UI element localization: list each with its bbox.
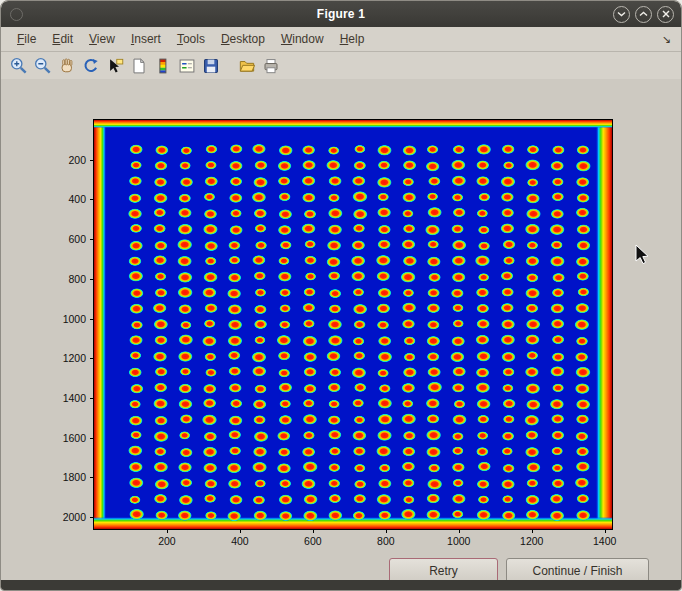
menu-view[interactable]: View: [81, 29, 123, 49]
y-tick-label: 1600: [63, 432, 86, 444]
y-tick-mark: [90, 319, 94, 320]
y-tick-label: 1200: [63, 352, 86, 364]
x-tick-mark: [240, 529, 241, 533]
y-tick-mark: [90, 199, 94, 200]
y-tick-label: 200: [68, 154, 86, 166]
y-tick-mark: [90, 438, 94, 439]
pan-hand-icon[interactable]: [57, 56, 77, 76]
open-file-icon[interactable]: [237, 56, 257, 76]
toolbar: [1, 52, 681, 81]
insert-colorbar-icon[interactable]: [153, 56, 173, 76]
y-tick-mark: [90, 239, 94, 240]
chevron-down-icon: [617, 11, 626, 17]
y-tick-label: 1400: [63, 392, 86, 404]
y-tick-label: 1800: [63, 471, 86, 483]
menu-overflow-icon[interactable]: ↘: [662, 33, 671, 46]
close-icon: [662, 10, 670, 18]
y-tick-label: 2000: [63, 511, 86, 523]
y-tick-mark: [90, 477, 94, 478]
x-tick-label: 200: [158, 535, 176, 547]
x-tick-mark: [605, 529, 606, 533]
x-tick-mark: [313, 529, 314, 533]
y-tick-label: 800: [68, 273, 86, 285]
heatmap-image[interactable]: [94, 120, 612, 529]
x-tick-label: 800: [377, 535, 395, 547]
rotate-3d-icon[interactable]: [81, 56, 101, 76]
menu-bar: File Edit View Insert Tools Desktop Wind…: [1, 27, 681, 52]
y-tick-mark: [90, 517, 94, 518]
zoom-in-icon[interactable]: [9, 56, 29, 76]
menu-help[interactable]: Help: [332, 29, 373, 49]
y-tick-mark: [90, 398, 94, 399]
x-tick-mark: [459, 529, 460, 533]
menu-desktop[interactable]: Desktop: [213, 29, 273, 49]
maximize-button[interactable]: [635, 6, 652, 23]
print-icon[interactable]: [261, 56, 281, 76]
axes: 2004006008001000120014002004006008001000…: [93, 119, 613, 530]
x-tick-mark: [532, 529, 533, 533]
figure-window: Figure 1 File Edit View Insert Tools Des…: [0, 0, 682, 591]
menu-edit[interactable]: Edit: [44, 29, 81, 49]
x-tick-label: 1000: [447, 535, 470, 547]
data-cursor-icon[interactable]: [105, 56, 125, 76]
window-bottom-border: [1, 580, 681, 590]
chevron-up-icon: [639, 11, 648, 17]
y-tick-label: 1000: [63, 313, 86, 325]
title-bar[interactable]: Figure 1: [1, 1, 681, 27]
menu-window[interactable]: Window: [273, 29, 332, 49]
y-tick-mark: [90, 279, 94, 280]
new-document-icon[interactable]: [129, 56, 149, 76]
x-tick-label: 600: [304, 535, 322, 547]
y-tick-mark: [90, 160, 94, 161]
x-tick-label: 1200: [520, 535, 543, 547]
x-tick-label: 400: [231, 535, 249, 547]
close-button[interactable]: [657, 6, 674, 23]
zoom-out-icon[interactable]: [33, 56, 53, 76]
y-tick-label: 400: [68, 193, 86, 205]
x-tick-mark: [167, 529, 168, 533]
window-title: Figure 1: [1, 7, 681, 21]
x-tick-label: 1400: [593, 535, 616, 547]
y-tick-label: 600: [68, 233, 86, 245]
menu-file[interactable]: File: [9, 29, 44, 49]
save-icon[interactable]: [201, 56, 221, 76]
shade-button[interactable]: [613, 6, 630, 23]
toolbar-separator: [223, 52, 235, 80]
menu-tools[interactable]: Tools: [169, 29, 213, 49]
x-tick-mark: [386, 529, 387, 533]
menu-insert[interactable]: Insert: [123, 29, 169, 49]
insert-legend-icon[interactable]: [177, 56, 197, 76]
figure-canvas-area: 2004006008001000120014002004006008001000…: [1, 79, 681, 580]
y-tick-mark: [90, 358, 94, 359]
